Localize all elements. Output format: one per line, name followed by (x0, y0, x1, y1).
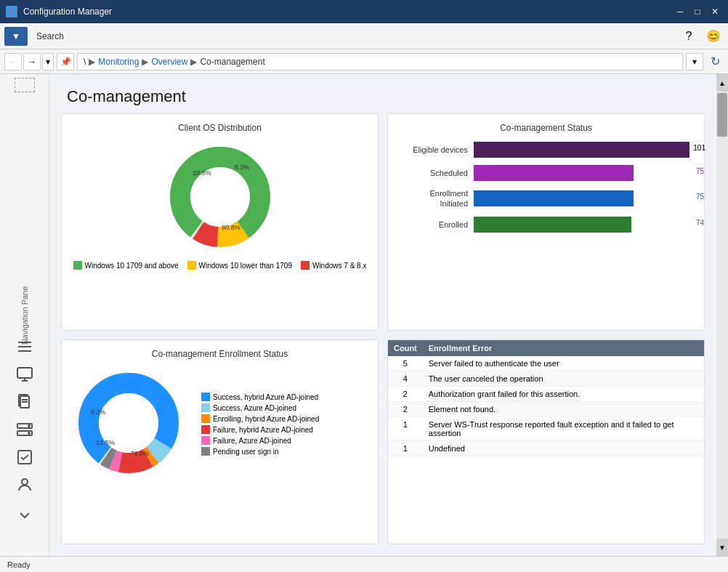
nav-dropdown-label: ▼ (12, 31, 20, 41)
svg-text:6.2%: 6.2% (91, 408, 106, 416)
legend-win10-above: Windows 10 1709 and above (73, 261, 179, 270)
col-header-error: Enrollment Error (423, 340, 704, 356)
nav-icon-documents[interactable] (10, 390, 39, 414)
error-row-1: 5 Server failed to authenticate the user (388, 356, 704, 371)
nav-arrows: ← → ▾ (4, 53, 54, 71)
client-os-legend: Windows 10 1709 and above Windows 10 low… (73, 261, 367, 270)
bar-label-enrollment-initiated: EnrollmentInitiated (403, 188, 468, 209)
client-os-donut: 8.3% 10.8% 80.8% (162, 139, 278, 255)
refresh-button[interactable]: ↻ (706, 53, 724, 71)
title-bar: Configuration Manager ─ □ ✕ (0, 0, 728, 23)
error-desc-5: Server WS-Trust response reported fault … (423, 417, 704, 441)
legend-label-win10-below: Windows 10 lower than 1709 (199, 262, 292, 270)
col-header-count: Count (388, 340, 423, 356)
enrollment-error-table: Count Enrollment Error 5 Server failed t… (388, 340, 704, 456)
status-bar: Ready (0, 556, 728, 572)
content-area: Co-management Client OS Distribution (49, 74, 716, 556)
pin-icon[interactable]: 📌 (57, 53, 74, 71)
close-button[interactable]: ✕ (708, 4, 722, 19)
error-count-6: 1 (388, 441, 423, 456)
scroll-up-button[interactable]: ▲ (716, 74, 728, 92)
error-row-3: 2 Authorization grant failed for this as… (388, 387, 704, 402)
bar-track-enrolled: 74 (474, 217, 689, 233)
client-os-title: Client OS Distribution (70, 123, 369, 133)
breadcrumb-monitoring[interactable]: Monitoring (98, 57, 139, 67)
error-table-body: 5 Server failed to authenticate the user… (388, 356, 704, 456)
breadcrumb-bar: ← → ▾ 📌 \ ▶ Monitoring ▶ Overview ▶ Co-m… (0, 49, 728, 74)
error-desc-2: The user canceled the operation (423, 371, 704, 387)
nav-pane-top (0, 74, 49, 96)
client-os-card: Client OS Distribution (61, 113, 379, 331)
nav-icon-list[interactable] (10, 335, 39, 358)
legend-label-failure-azure: Failure, Azure AD-joined (213, 437, 291, 445)
search-label: Search (28, 31, 679, 41)
legend-enrolling-hybrid: Enrolling, hybrid Azure AD-joined (201, 414, 319, 423)
menu-bar-actions: ? 😊 (679, 26, 724, 47)
error-count-1: 5 (388, 356, 423, 371)
window-title: Configuration Manager (23, 7, 673, 17)
enrollment-error-card: Count Enrollment Error 5 Server failed t… (387, 339, 705, 544)
breadcrumb-root: \ (84, 57, 86, 67)
legend-label-pending: Pending user sign in (213, 448, 279, 456)
error-count-2: 4 (388, 371, 423, 387)
bar-value-enrolled: 74 (696, 219, 704, 227)
bar-chart: Eligible devices 101 Scheduled 75 (397, 139, 695, 243)
legend-label-failure-hybrid: Failure, hybrid Azure AD-joined (213, 426, 313, 434)
forward-button[interactable]: → (23, 53, 41, 71)
enrollment-donut: 74.0% 6.2% 11.5% (70, 365, 187, 483)
legend-label-success-hybrid: Success, hybrid Azure AD-joined (213, 393, 318, 401)
nav-icons (0, 335, 49, 556)
app-icon (6, 6, 17, 17)
bar-row-eligible: Eligible devices 101 (403, 142, 689, 158)
breadcrumb-dropdown-button[interactable]: ▾ (686, 53, 703, 71)
nav-dropdown-button[interactable]: ▼ (4, 27, 28, 46)
nav-icon-server[interactable] (10, 418, 39, 441)
svg-point-12 (28, 425, 30, 427)
bar-fill-eligible (474, 142, 689, 158)
legend-win7-8: Windows 7 & 8.x (301, 261, 366, 270)
error-desc-1: Server failed to authenticate the user (423, 356, 704, 371)
breadcrumb-overview[interactable]: Overview (151, 57, 187, 67)
legend-win10-below: Windows 10 lower than 1709 (187, 261, 292, 270)
nav-icon-computer[interactable] (10, 363, 39, 386)
legend-success-hybrid: Success, hybrid Azure AD-joined (201, 392, 319, 401)
comanagement-status-title: Co-management Status (397, 123, 695, 133)
legend-label-win10-above: Windows 10 1709 and above (85, 262, 179, 270)
bar-track-enrollment-initiated: 75 (474, 190, 689, 206)
legend-color-lightblue (201, 403, 210, 412)
navigation-pane: Navigation Pane (0, 74, 49, 556)
error-desc-6: Undefined (423, 441, 704, 456)
nav-scroll-down-icon[interactable] (10, 504, 39, 527)
bar-fill-scheduled (474, 165, 634, 181)
bar-track-eligible: 101 (474, 142, 689, 158)
bar-row-enrollment-initiated: EnrollmentInitiated 75 (403, 188, 689, 209)
dotted-selector (15, 78, 35, 92)
nav-icon-user[interactable] (10, 473, 39, 496)
legend-label-success-azure: Success, Azure AD-joined (213, 404, 296, 412)
menu-bar: ▼ Search ? 😊 (0, 23, 728, 49)
main-layout: Navigation Pane (0, 74, 728, 556)
bar-row-enrolled: Enrolled 74 (403, 217, 689, 233)
scroll-down-button[interactable]: ▼ (716, 539, 728, 556)
maximize-button[interactable]: □ (690, 4, 705, 19)
help-icon[interactable]: ? (679, 26, 699, 47)
bar-label-eligible: Eligible devices (403, 145, 468, 154)
legend-success-azure: Success, Azure AD-joined (201, 403, 319, 412)
error-row-2: 4 The user canceled the operation (388, 371, 704, 387)
error-row-6: 1 Undefined (388, 441, 704, 456)
status-text: Ready (7, 560, 31, 569)
enrollment-chart-row: 74.0% 6.2% 11.5% Success, hybrid Azure A… (70, 365, 369, 483)
svg-point-13 (28, 432, 30, 434)
error-row-4: 2 Element not found. (388, 402, 704, 417)
bar-value-eligible: 101 (693, 144, 705, 152)
svg-text:80.8%: 80.8% (222, 224, 240, 231)
error-count-3: 2 (388, 387, 423, 402)
nav-icon-checklist[interactable] (10, 446, 39, 469)
scroll-thumb[interactable] (717, 93, 727, 137)
scrollbar: ▲ ▼ (716, 74, 728, 556)
minimize-button[interactable]: ─ (673, 4, 687, 19)
back-button[interactable]: ← (4, 53, 22, 71)
user-icon[interactable]: 😊 (703, 26, 724, 47)
nav-history-button[interactable]: ▾ (42, 53, 54, 71)
svg-text:11.5%: 11.5% (96, 439, 115, 446)
